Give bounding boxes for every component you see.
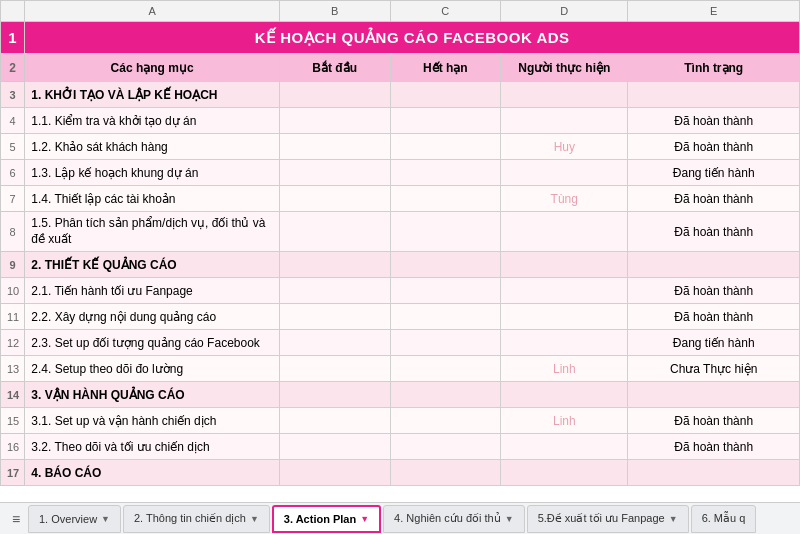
status-2-2: Đã hoàn thành <box>628 304 800 330</box>
table-row: 5 1.2. Khảo sát khách hàng Huy Đã hoàn t… <box>1 134 800 160</box>
tab-menu-icon[interactable]: ≡ <box>4 505 28 533</box>
table-row: 17 4. BÁO CÁO <box>1 460 800 486</box>
table-row: 11 2.2. Xây dựng nội dung quảng cáo Đã h… <box>1 304 800 330</box>
section-3-label: 3. VẬN HÀNH QUẢNG CÁO <box>25 382 280 408</box>
row-num-8: 8 <box>1 212 25 252</box>
row-num-15: 15 <box>1 408 25 434</box>
status-1-4: Đã hoàn thành <box>628 186 800 212</box>
item-2-4: 2.4. Setup theo dõi đo lường <box>25 356 280 382</box>
spreadsheet: A B C D E 1 KẾ HOẠCH QUẢNG CÁO FACEBOOK … <box>0 0 800 502</box>
col-letter-c[interactable]: C <box>390 1 501 22</box>
row-num-2: 2 <box>1 54 25 82</box>
row-num-11: 11 <box>1 304 25 330</box>
tab-nghien-cuu[interactable]: 4. Nghiên cứu đối thủ ▼ <box>383 505 525 533</box>
item-1-2: 1.2. Khảo sát khách hàng <box>25 134 280 160</box>
table-row: 16 3.2. Theo dõi và tối ưu chiến dịch Đã… <box>1 434 800 460</box>
status-2-3: Đang tiến hành <box>628 330 800 356</box>
status-3-1: Đã hoàn thành <box>628 408 800 434</box>
tab-thong-tin[interactable]: 2. Thông tin chiến dịch ▼ <box>123 505 270 533</box>
row-num-7: 7 <box>1 186 25 212</box>
status-1-3: Đang tiến hành <box>628 160 800 186</box>
col-letter-d[interactable]: D <box>501 1 628 22</box>
row-num-1: 1 <box>1 22 25 54</box>
tab-bar: ≡ 1. Overview ▼ 2. Thông tin chiến dịch … <box>0 502 800 534</box>
table-row: 6 1.3. Lập kế hoạch khung dự án Đang tiế… <box>1 160 800 186</box>
status-2-1: Đã hoàn thành <box>628 278 800 304</box>
row-num-3: 3 <box>1 82 25 108</box>
table-row: 3 1. KHỞI TẠO VÀ LẬP KẾ HOẠCH <box>1 82 800 108</box>
item-2-1: 2.1. Tiến hành tối ưu Fanpage <box>25 278 280 304</box>
column-letters-row: A B C D E <box>1 1 800 22</box>
status-3-2: Đã hoàn thành <box>628 434 800 460</box>
title-row: 1 KẾ HOẠCH QUẢNG CÁO FACEBOOK ADS <box>1 22 800 54</box>
tab-action-plan[interactable]: 3. Action Plan ▼ <box>272 505 381 533</box>
item-3-2: 3.2. Theo dõi và tối ưu chiến dịch <box>25 434 280 460</box>
item-1-5: 1.5. Phân tích sản phẩm/dịch vụ, đối thủ… <box>25 212 280 252</box>
table-row: 9 2. THIẾT KẾ QUẢNG CÁO <box>1 252 800 278</box>
status-1-5: Đã hoàn thành <box>628 212 800 252</box>
row-num-9: 9 <box>1 252 25 278</box>
tab-thong-tin-arrow: ▼ <box>250 514 259 524</box>
header-row: 2 Các hạng mục Bắt đầu Hết hạn Người thự… <box>1 54 800 82</box>
status-2-4: Chưa Thực hiện <box>628 356 800 382</box>
item-1-3: 1.3. Lập kế hoạch khung dự án <box>25 160 280 186</box>
row-num-10: 10 <box>1 278 25 304</box>
tab-mau-q[interactable]: 6. Mẫu q <box>691 505 757 533</box>
table-row: 7 1.4. Thiết lập các tài khoản Tùng Đã h… <box>1 186 800 212</box>
col-header-c: Hết hạn <box>390 54 501 82</box>
item-2-3: 2.3. Set up đối tượng quảng cáo Facebook <box>25 330 280 356</box>
row-num-6: 6 <box>1 160 25 186</box>
row-num-16: 16 <box>1 434 25 460</box>
col-header-b: Bắt đầu <box>279 54 390 82</box>
col-header-e: Tình trạng <box>628 54 800 82</box>
row-num-13: 13 <box>1 356 25 382</box>
table-row: 14 3. VẬN HÀNH QUẢNG CÁO <box>1 382 800 408</box>
tab-de-xuat-arrow: ▼ <box>669 514 678 524</box>
table-row: 8 1.5. Phân tích sản phẩm/dịch vụ, đối t… <box>1 212 800 252</box>
col-header-d: Người thực hiện <box>501 54 628 82</box>
tab-action-plan-arrow: ▼ <box>360 514 369 524</box>
row-num-4: 4 <box>1 108 25 134</box>
col-letter-b[interactable]: B <box>279 1 390 22</box>
tab-overview-arrow: ▼ <box>101 514 110 524</box>
tab-overview[interactable]: 1. Overview ▼ <box>28 505 121 533</box>
tab-nghien-cuu-arrow: ▼ <box>505 514 514 524</box>
section-2-label: 2. THIẾT KẾ QUẢNG CÁO <box>25 252 280 278</box>
row-num-17: 17 <box>1 460 25 486</box>
row-num-5: 5 <box>1 134 25 160</box>
item-1-4: 1.4. Thiết lập các tài khoản <box>25 186 280 212</box>
col-letter-a[interactable]: A <box>25 1 280 22</box>
table-row: 4 1.1. Kiểm tra và khởi tạo dự án Đã hoà… <box>1 108 800 134</box>
col-letter-e[interactable]: E <box>628 1 800 22</box>
section-4-label: 4. BÁO CÁO <box>25 460 280 486</box>
table-row: 13 2.4. Setup theo dõi đo lường Linh Chư… <box>1 356 800 382</box>
corner-cell <box>1 1 25 22</box>
row-num-14: 14 <box>1 382 25 408</box>
table-row: 10 2.1. Tiến hành tối ưu Fanpage Đã hoàn… <box>1 278 800 304</box>
item-2-2: 2.2. Xây dựng nội dung quảng cáo <box>25 304 280 330</box>
table-row: 15 3.1. Set up và vận hành chiến dịch Li… <box>1 408 800 434</box>
item-1-1: 1.1. Kiểm tra và khởi tạo dự án <box>25 108 280 134</box>
status-1-1: Đã hoàn thành <box>628 108 800 134</box>
status-1-2: Đã hoàn thành <box>628 134 800 160</box>
col-header-a: Các hạng mục <box>25 54 280 82</box>
section-1-label: 1. KHỞI TẠO VÀ LẬP KẾ HOẠCH <box>25 82 280 108</box>
tab-de-xuat[interactable]: 5.Đề xuất tối ưu Fanpage ▼ <box>527 505 689 533</box>
row-num-12: 12 <box>1 330 25 356</box>
spreadsheet-title: KẾ HOẠCH QUẢNG CÁO FACEBOOK ADS <box>25 22 800 54</box>
item-3-1: 3.1. Set up và vận hành chiến dịch <box>25 408 280 434</box>
table-row: 12 2.3. Set up đối tượng quảng cáo Faceb… <box>1 330 800 356</box>
